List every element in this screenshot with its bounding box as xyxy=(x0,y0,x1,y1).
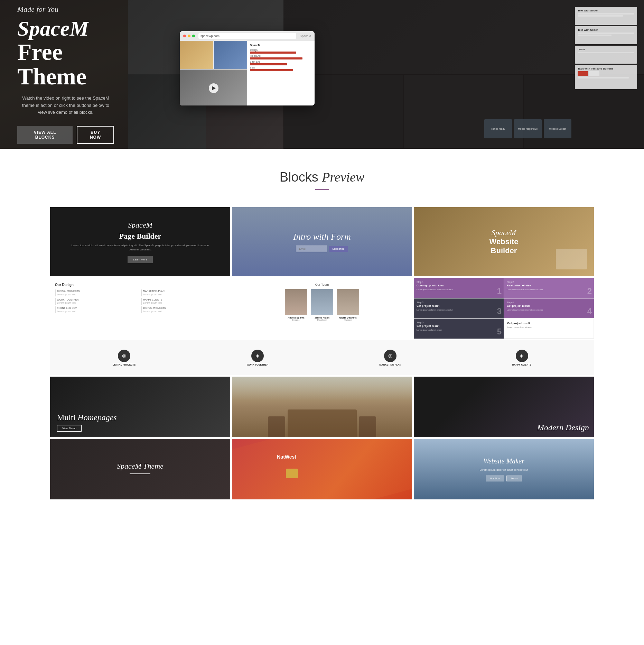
team-name-1: Angela Sparks xyxy=(285,316,307,319)
card-process-steps[interactable]: Step 1 Coming up with idea Lorem ipsum d… xyxy=(414,278,594,339)
stat-item-2: ◈ WORK TOGETHER xyxy=(246,350,268,366)
design-grid-items: DIGITAL PROJECTSLorem ipsum text MARKETI… xyxy=(55,289,225,313)
card-page-builder[interactable]: SpaceM Page Builder Lorem ipsum dolor si… xyxy=(50,207,230,276)
card-website-builder[interactable]: SpaceM Website Builder xyxy=(414,207,594,276)
card-team[interactable]: Our Team Angela Sparks Designer James Ni… xyxy=(232,278,412,339)
stat-item-1: ◎ DIGITAL PROJECTS xyxy=(112,350,136,366)
card-design-grid[interactable]: Our Design DIGITAL PROJECTSLorem ipsum t… xyxy=(50,278,230,339)
ps2-desc: Lorem ipsum dolor sit amet consectetur xyxy=(507,288,591,291)
ps4-label: Get project result xyxy=(507,304,591,307)
panel-3-bar-1 xyxy=(578,52,634,53)
blocks-preview-title: Blocks Preview xyxy=(0,169,644,185)
browser-url: spacewp.com xyxy=(200,34,220,38)
process-step-1: Step 1 Coming up with idea Lorem ipsum d… xyxy=(414,278,504,298)
ps1-big-num: 1 xyxy=(497,286,502,296)
panel-2-bar-2 xyxy=(578,35,612,36)
buy-now-button[interactable]: BUY NOW xyxy=(77,126,114,144)
blocks-preview-header: Blocks Preview xyxy=(0,169,644,190)
hero-section: Made for You SpaceM Free Theme Watch the… xyxy=(0,0,644,149)
card-interior-office[interactable] xyxy=(232,377,412,437)
thumb-3-label: Website Builder xyxy=(549,128,566,130)
team-role-1: Designer xyxy=(285,319,307,321)
card-intro-form[interactable]: Intro with Form Subscribe xyxy=(232,207,412,276)
hero-description: Watch the video on right to see the Spac… xyxy=(17,95,114,116)
hero-buttons: VIEW ALL BLOCKS BUY NOW xyxy=(17,126,114,144)
office-chair-1 xyxy=(268,416,285,437)
process-step-6: Get project result Lorem ipsum dolor sit… xyxy=(504,319,594,339)
stat-label-2: WORK TOGETHER xyxy=(246,363,268,366)
browser-title: SpaceM xyxy=(300,34,311,38)
stat-label-4: HAPPY CLIENTS xyxy=(512,363,532,366)
team-name-3: Gloria Dawkins xyxy=(337,316,359,319)
hero-title: SpaceM Free Theme xyxy=(17,17,114,89)
modern-content: Modern Design xyxy=(537,423,589,432)
ps5-num: Step 5 xyxy=(417,321,501,324)
intro-form-email-input[interactable] xyxy=(296,246,327,252)
blocks-title-normal: Blocks xyxy=(280,170,318,184)
panel-1-bar-1 xyxy=(578,13,634,15)
ps5-label: Get project result xyxy=(417,324,501,328)
stat-bar-2: Front End xyxy=(250,55,312,59)
wb-title-bold2: Builder xyxy=(491,246,517,255)
maker-desc: Lorem ipsum dolor sit amet consectetur xyxy=(479,468,528,472)
multi-title: Multi Homepages xyxy=(57,413,117,422)
maker-btn-1[interactable]: Buy Now xyxy=(486,476,504,481)
team-name-2: James Nixon xyxy=(311,316,333,319)
browser-img-3 xyxy=(180,70,247,106)
ps5-big-num: 5 xyxy=(497,327,502,337)
play-triangle xyxy=(212,86,216,90)
panel-btn-2 xyxy=(589,71,599,76)
ps4-num: Step 4 xyxy=(507,301,591,304)
ps5-desc: Lorem ipsum dolor sit amet xyxy=(417,329,501,331)
maker-btns: Buy Now Demo xyxy=(486,476,522,481)
card-modern-design[interactable]: Modern Design xyxy=(414,377,594,437)
office-table xyxy=(288,409,357,437)
credit-card-bank-name: NatWest xyxy=(277,454,296,460)
credit-card-bg xyxy=(232,439,412,499)
browser-play-button[interactable] xyxy=(209,83,218,93)
card-stats-row[interactable]: ◎ DIGITAL PROJECTS ◈ WORK TOGETHER ◎ MAR… xyxy=(50,340,594,375)
ps2-label: Realization of idea xyxy=(507,284,591,287)
browser-img-2 xyxy=(214,41,247,69)
card-multi-homepages[interactable]: Multi Homepages View Demo xyxy=(50,377,230,437)
wb-mockup-img xyxy=(556,249,587,269)
office-chair-2 xyxy=(359,416,376,437)
page-builder-subtitle: Page Builder xyxy=(119,232,161,241)
preview-grid: SpaceM Page Builder Lorem ipsum dolor si… xyxy=(0,207,644,499)
panel-3-title: noma xyxy=(578,48,634,51)
ps3-num: Step 3 xyxy=(417,301,501,304)
team-member-3: Gloria Dawkins Manager xyxy=(337,289,359,321)
ps1-label: Coming up with idea xyxy=(417,284,501,287)
stat-icon-3: ◎ xyxy=(384,350,396,362)
hero-title-line1: SpaceM xyxy=(17,17,89,40)
thumb-1: Retina ready xyxy=(484,119,512,138)
design-item-6: DIGITAL PROJECTSLorem ipsum text xyxy=(141,306,225,313)
theme-divider xyxy=(130,473,150,474)
browser-address-bar: spacewp.com xyxy=(198,33,296,39)
team-member-2: James Nixon Developer xyxy=(311,289,333,321)
blocks-title-italic: Preview xyxy=(322,170,364,184)
stat-bar-3: Back End xyxy=(250,61,312,65)
process-step-3: Step 3 Get project result Lorem ipsum do… xyxy=(414,298,504,319)
hero-browser-mockup: spacewp.com SpaceM SpaceM Design xyxy=(180,31,315,105)
multi-btn[interactable]: View Demo xyxy=(57,425,82,432)
browser-dot-yellow xyxy=(188,35,190,37)
page-builder-btn[interactable]: Learn More xyxy=(128,256,153,263)
card-natwest[interactable]: NatWest xyxy=(232,439,412,499)
modern-title: Modern Design xyxy=(537,423,589,432)
theme-content: SpaceM Theme xyxy=(117,462,164,477)
view-all-blocks-button[interactable]: VIEW ALL BLOCKS xyxy=(17,126,73,144)
theme-title: SpaceM Theme xyxy=(117,462,164,471)
browser-stats-panel: SpaceM Design Front End Back End SEO xyxy=(247,41,315,105)
panel-2-bar-1 xyxy=(578,33,634,34)
card-spacem-theme[interactable]: SpaceM Theme xyxy=(50,439,230,499)
process-step-4: Step 4 Get project result Lorem ipsum do… xyxy=(504,298,594,319)
maker-btn-2[interactable]: Demo xyxy=(506,476,522,481)
panel-btn-1 xyxy=(578,71,588,76)
team-avatar-1 xyxy=(285,289,307,315)
browser-dot-red xyxy=(183,35,186,37)
intro-form-submit-btn[interactable]: Subscribe xyxy=(329,246,348,252)
intro-form-inputs: Subscribe xyxy=(296,246,348,252)
design-grid-header: Our Design xyxy=(55,283,225,287)
card-website-maker[interactable]: Website Maker Lorem ipsum dolor sit amet… xyxy=(414,439,594,499)
